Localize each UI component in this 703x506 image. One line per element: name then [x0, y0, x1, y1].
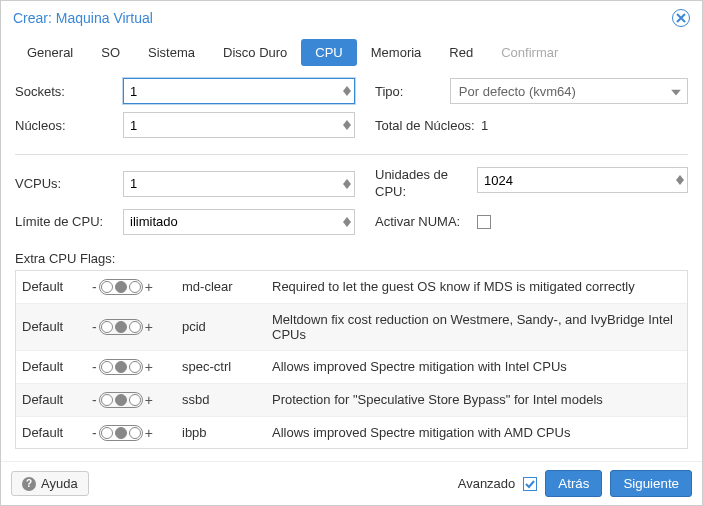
- extra-flags-title: Extra CPU Flags:: [15, 251, 688, 266]
- flag-default-label: Default: [16, 350, 86, 383]
- window-title: Crear: Maquina Virtual: [13, 10, 153, 26]
- minus-icon: -: [92, 425, 97, 441]
- cores-label: Núcleos:: [15, 118, 123, 133]
- flag-name: pcid: [176, 303, 266, 350]
- flag-description: Required to let the guest OS know if MDS…: [266, 271, 687, 304]
- flag-tristate-toggle[interactable]: -+: [92, 392, 153, 408]
- help-button[interactable]: ? Ayuda: [11, 471, 89, 496]
- cpu-limit-spinner[interactable]: [343, 217, 351, 227]
- help-label: Ayuda: [41, 476, 78, 491]
- sockets-label: Sockets:: [15, 84, 123, 99]
- cores-input[interactable]: [123, 112, 355, 138]
- tab-confirmar: Confirmar: [487, 39, 572, 66]
- flags-table-scroll[interactable]: Default-+md-clearRequired to let the gue…: [15, 270, 688, 449]
- flag-description: Allows improved Spectre mitigation with …: [266, 350, 687, 383]
- flag-default-label: Default: [16, 383, 86, 416]
- flag-row: Default-+md-clearRequired to let the gue…: [16, 271, 687, 304]
- plus-icon: +: [145, 425, 153, 441]
- close-button[interactable]: [672, 9, 690, 27]
- chevron-down-icon: [343, 125, 351, 130]
- plus-icon: +: [145, 319, 153, 335]
- tab-cpu[interactable]: CPU: [301, 39, 356, 66]
- numa-label: Activar NUMA:: [375, 214, 477, 229]
- type-label: Tipo:: [375, 84, 450, 99]
- flag-default-label: Default: [16, 303, 86, 350]
- tab-bar: GeneralSOSistemaDisco DuroCPUMemoriaRedC…: [1, 35, 702, 66]
- close-icon: [676, 13, 686, 23]
- plus-icon: +: [145, 392, 153, 408]
- flag-name: spec-ctrl: [176, 350, 266, 383]
- flag-description: Protection for "Speculative Store Bypass…: [266, 383, 687, 416]
- flags-table: Default-+md-clearRequired to let the gue…: [16, 271, 687, 449]
- flag-row: Default-+spec-ctrlAllows improved Spectr…: [16, 350, 687, 383]
- cores-spinner[interactable]: [343, 120, 351, 130]
- flag-tristate-toggle[interactable]: -+: [92, 425, 153, 441]
- flag-tristate-toggle[interactable]: -+: [92, 359, 153, 375]
- tab-so[interactable]: SO: [87, 39, 134, 66]
- type-select[interactable]: Por defecto (kvm64): [450, 78, 688, 104]
- flag-default-label: Default: [16, 416, 86, 449]
- chevron-down-icon: [676, 180, 684, 185]
- help-icon: ?: [22, 477, 36, 491]
- cpu-units-spinner[interactable]: [676, 175, 684, 185]
- sockets-input[interactable]: [123, 78, 355, 104]
- flag-description: Meltdown fix cost reduction on Westmere,…: [266, 303, 687, 350]
- flag-tristate-toggle[interactable]: -+: [92, 319, 153, 335]
- cpu-limit-input[interactable]: [123, 209, 355, 235]
- total-cores-value: 1: [477, 118, 488, 133]
- vcpus-spinner[interactable]: [343, 179, 351, 189]
- chevron-down-icon: [343, 184, 351, 189]
- numa-checkbox[interactable]: [477, 215, 491, 229]
- chevron-down-icon: [343, 222, 351, 227]
- cpu-limit-label: Límite de CPU:: [15, 214, 123, 229]
- sockets-spinner[interactable]: [343, 86, 351, 96]
- advanced-checkbox[interactable]: [523, 477, 537, 491]
- flag-name: ssbd: [176, 383, 266, 416]
- flag-name: ibpb: [176, 416, 266, 449]
- flag-row: Default-+pcidMeltdown fix cost reduction…: [16, 303, 687, 350]
- flag-row: Default-+ssbdProtection for "Speculative…: [16, 383, 687, 416]
- advanced-label: Avanzado: [458, 476, 516, 491]
- minus-icon: -: [92, 359, 97, 375]
- vcpus-label: VCPUs:: [15, 176, 123, 191]
- flag-name: md-clear: [176, 271, 266, 304]
- plus-icon: +: [145, 279, 153, 295]
- tab-general[interactable]: General: [13, 39, 87, 66]
- minus-icon: -: [92, 319, 97, 335]
- cpu-units-input[interactable]: [477, 167, 688, 193]
- divider: [15, 154, 688, 155]
- back-button[interactable]: Atrás: [545, 470, 602, 497]
- flag-default-label: Default: [16, 271, 86, 304]
- flag-row: Default-+ibpbAllows improved Spectre mit…: [16, 416, 687, 449]
- tab-memoria[interactable]: Memoria: [357, 39, 436, 66]
- flag-description: Allows improved Spectre mitigation with …: [266, 416, 687, 449]
- minus-icon: -: [92, 279, 97, 295]
- next-button[interactable]: Siguiente: [610, 470, 692, 497]
- tab-disco-duro[interactable]: Disco Duro: [209, 39, 301, 66]
- chevron-down-icon: [671, 90, 681, 96]
- flag-tristate-toggle[interactable]: -+: [92, 279, 153, 295]
- cpu-units-label: Unidades de CPU:: [375, 167, 477, 201]
- tab-sistema[interactable]: Sistema: [134, 39, 209, 66]
- chevron-down-icon: [343, 91, 351, 96]
- check-icon: [525, 479, 535, 489]
- total-cores-label: Total de Núcleos:: [375, 118, 477, 133]
- type-value: Por defecto (kvm64): [459, 84, 576, 99]
- plus-icon: +: [145, 359, 153, 375]
- tab-red[interactable]: Red: [435, 39, 487, 66]
- minus-icon: -: [92, 392, 97, 408]
- vcpus-input[interactable]: [123, 171, 355, 197]
